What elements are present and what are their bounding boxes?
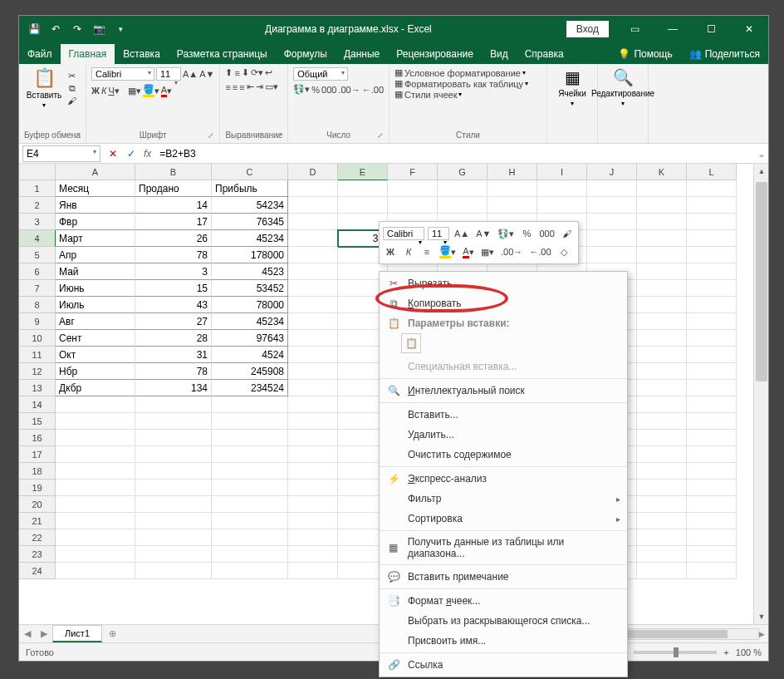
col-header-D[interactable]: D	[288, 164, 338, 180]
row-header-8[interactable]: 8	[19, 297, 56, 313]
row-header-15[interactable]: 15	[19, 413, 56, 430]
cell-A16[interactable]	[56, 430, 135, 446]
cell-B12[interactable]: 78	[135, 363, 212, 380]
zoom-slider[interactable]	[634, 651, 717, 654]
zoom-in-icon[interactable]: +	[723, 647, 728, 657]
cell-C19[interactable]	[212, 480, 288, 496]
sheet-nav-next-icon[interactable]: ▶	[36, 628, 52, 639]
col-header-I[interactable]: I	[537, 164, 587, 180]
cell-A6[interactable]: Май	[56, 263, 135, 280]
cell-K3[interactable]	[637, 214, 687, 230]
cell-K7[interactable]	[637, 280, 687, 297]
row-header-16[interactable]: 16	[19, 430, 56, 446]
cell-B13[interactable]: 134	[135, 380, 212, 396]
cell-A5[interactable]: Апр	[56, 247, 135, 263]
cell-D23[interactable]	[288, 546, 338, 563]
cell-A11[interactable]: Окт	[56, 347, 135, 363]
cell-L22[interactable]	[687, 529, 737, 546]
format-painter-icon[interactable]: 🖌	[67, 96, 76, 106]
row-header-20[interactable]: 20	[19, 496, 56, 513]
decrease-font-icon[interactable]: A▼	[199, 69, 214, 79]
cell-A3[interactable]: Фвр	[56, 214, 135, 230]
menu-insert-comment[interactable]: 💬Вставить примечание	[380, 567, 627, 587]
col-header-L[interactable]: L	[687, 164, 737, 180]
cell-B22[interactable]	[135, 529, 212, 546]
cell-J5[interactable]	[587, 247, 637, 263]
cell-C4[interactable]: 45234	[212, 230, 288, 247]
cell-E2[interactable]	[338, 197, 388, 214]
cell-K12[interactable]	[637, 363, 687, 380]
cell-B20[interactable]	[135, 496, 212, 513]
cell-K11[interactable]	[637, 347, 687, 363]
camera-icon[interactable]: 📷	[89, 19, 109, 39]
row-header-19[interactable]: 19	[19, 480, 56, 496]
cell-K18[interactable]	[637, 463, 687, 480]
cell-D20[interactable]	[288, 496, 338, 513]
qat-dropdown-icon[interactable]: ▾	[110, 19, 130, 39]
mini-currency-icon[interactable]: 💱▾	[496, 225, 516, 242]
orientation-icon[interactable]: ⟳▾	[251, 67, 263, 78]
scroll-up-icon[interactable]: ▲	[754, 164, 768, 179]
cell-C24[interactable]	[212, 563, 288, 579]
cell-D8[interactable]	[288, 297, 338, 313]
cell-L24[interactable]	[687, 563, 737, 579]
cell-L3[interactable]	[687, 214, 737, 230]
cell-A10[interactable]: Сент	[56, 330, 135, 347]
alignment-launcher[interactable]: ⤢	[274, 131, 284, 141]
cell-K16[interactable]	[637, 430, 687, 446]
font-color-icon[interactable]: A▾	[161, 85, 172, 97]
undo-icon[interactable]: ↶	[46, 19, 66, 39]
cell-C7[interactable]: 53452	[212, 280, 288, 297]
merge-icon[interactable]: ▭▾	[265, 81, 278, 92]
percent-icon[interactable]: %	[311, 85, 320, 95]
col-header-J[interactable]: J	[587, 164, 637, 180]
row-header-22[interactable]: 22	[19, 529, 56, 546]
cell-K22[interactable]	[637, 529, 687, 546]
cell-L12[interactable]	[687, 363, 737, 380]
cell-K10[interactable]	[637, 330, 687, 347]
cell-L23[interactable]	[687, 546, 737, 563]
row-header-17[interactable]: 17	[19, 446, 56, 463]
cell-C6[interactable]: 4523	[212, 263, 288, 280]
bold-button[interactable]: Ж	[91, 86, 100, 96]
cell-D22[interactable]	[288, 529, 338, 546]
tab-pagelayout[interactable]: Разметка страницы	[169, 44, 276, 64]
cell-B9[interactable]: 27	[135, 313, 212, 330]
cell-C16[interactable]	[212, 430, 288, 446]
cell-L1[interactable]	[687, 180, 737, 197]
cell-L16[interactable]	[687, 430, 737, 446]
decrease-decimal-icon[interactable]: ←.00	[362, 85, 384, 95]
align-left-icon[interactable]: ≡	[225, 82, 230, 92]
table-format-button[interactable]: Форматировать как таблицу	[404, 79, 523, 89]
cell-K13[interactable]	[637, 380, 687, 396]
cell-J2[interactable]	[587, 197, 637, 214]
align-right-icon[interactable]: ≡	[239, 82, 244, 92]
cell-B11[interactable]: 31	[135, 347, 212, 363]
mini-size-combo[interactable]: 11	[428, 227, 449, 240]
col-header-C[interactable]: C	[212, 164, 288, 180]
select-all-corner[interactable]	[19, 164, 56, 180]
cell-D5[interactable]	[288, 247, 338, 263]
col-header-H[interactable]: H	[488, 164, 537, 180]
row-header-14[interactable]: 14	[19, 396, 56, 413]
cell-D18[interactable]	[288, 463, 338, 480]
scroll-down-icon[interactable]: ▼	[754, 609, 768, 624]
cell-I2[interactable]	[537, 197, 587, 214]
currency-icon[interactable]: 💱▾	[293, 84, 310, 95]
cell-C10[interactable]: 97643	[212, 330, 288, 347]
cell-G1[interactable]	[438, 180, 488, 197]
cell-D13[interactable]	[288, 380, 338, 396]
row-header-1[interactable]: 1	[19, 180, 56, 197]
cell-A4[interactable]: Март	[56, 230, 135, 247]
col-header-G[interactable]: G	[438, 164, 488, 180]
cell-D15[interactable]	[288, 413, 338, 430]
number-launcher[interactable]: ⤢	[375, 131, 385, 141]
cell-A23[interactable]	[56, 546, 135, 563]
zoom-level[interactable]: 100 %	[736, 647, 762, 657]
ribbon-display-icon[interactable]: ▭	[615, 16, 654, 42]
menu-define-name[interactable]: Присвоить имя...	[380, 631, 627, 651]
cell-A21[interactable]	[56, 513, 135, 529]
mini-comma-icon[interactable]: 000	[537, 225, 556, 242]
cell-A19[interactable]	[56, 480, 135, 496]
cell-D4[interactable]	[288, 230, 338, 247]
